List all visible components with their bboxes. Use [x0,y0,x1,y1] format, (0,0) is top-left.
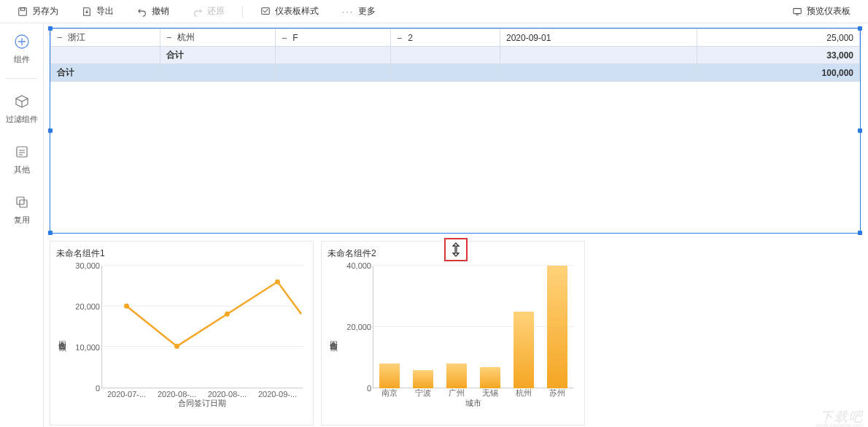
subtotal-value: 33,000 [826,50,853,61]
redo-button: 还原 [181,5,236,18]
subtotal-label: 合计 [166,50,184,60]
svg-rect-0 [19,7,27,15]
main-canvas: −浙江 −杭州 −F −2 2020-09-01 25,000 合计 33,00… [44,23,868,427]
dashboard-style-label: 仪表板样式 [275,5,319,18]
chart1-ylabel: 合同金额 [56,263,68,409]
collapse-icon[interactable]: − [166,32,171,42]
sidebar-divider [6,78,37,79]
selection-handle[interactable] [48,26,53,31]
more-label: 更多 [358,5,376,18]
table-component[interactable]: −浙江 −杭州 −F −2 2020-09-01 25,000 合计 33,00… [50,28,861,234]
redo-icon [193,7,203,17]
more-button[interactable]: ··· 更多 [330,5,387,18]
cell-col3: F [292,33,298,43]
chart-component-2[interactable]: 未命名组件2 合同金额 020,00040,000 南京宁波广州无锡杭州苏州 城… [321,241,585,426]
cube-icon [14,93,30,109]
table-subtotal-row[interactable]: 合计 33,000 [51,47,860,64]
preview-dashboard-button[interactable]: 预览仪表板 [780,5,862,18]
chart2-plot: 合同金额 020,00040,000 南京宁波广州无锡杭州苏州 城市 [328,263,578,409]
chart2-xlabel: 城市 [373,398,574,409]
chart1-title: 未命名组件1 [56,247,307,260]
sidebar-item-other[interactable]: 其他 [0,134,43,184]
export-icon [82,7,92,17]
monitor-icon [792,7,802,17]
sidebar-other-label: 其他 [14,164,30,175]
cell-value: 25,000 [826,33,853,43]
preview-label: 预览仪表板 [807,5,850,18]
sidebar-reuse-label: 复用 [14,215,30,226]
line-chart-svg [101,266,303,387]
selection-handle[interactable] [858,128,862,133]
left-sidebar: 组件 过滤组件 其他 复用 [0,23,44,427]
cell-city: 杭州 [177,32,195,42]
export-button[interactable]: 导出 [70,5,125,18]
export-label: 导出 [96,5,114,18]
style-icon [260,7,271,17]
svg-rect-2 [262,7,270,14]
undo-label: 撤销 [152,5,169,18]
svg-point-11 [275,280,280,285]
selection-handle[interactable] [48,231,53,235]
svg-rect-1 [20,7,24,10]
sidebar-item-reuse[interactable]: 复用 [0,184,43,234]
svg-point-10 [225,312,230,317]
table-total-row[interactable]: 合计 100,000 [51,64,860,82]
resize-cursor-callout [444,238,468,261]
save-as-label: 另存为 [32,5,58,18]
chart-row: 未命名组件1 合同金额 010,00020,00030,000 2020-07-… [50,241,861,426]
chart1-plot: 合同金额 010,00020,00030,000 2020-07-...2020… [56,263,307,409]
selection-handle[interactable] [48,128,53,133]
chart2-xaxis: 南京宁波广州无锡杭州苏州 [373,388,574,399]
cell-province: 浙江 [68,32,85,42]
chart1-xlabel: 合同签订日期 [101,398,303,409]
resize-vertical-icon [450,242,462,257]
total-label: 合计 [57,67,74,77]
sidebar-filter-label: 过滤组件 [6,114,38,125]
sidebar-item-component[interactable]: 组件 [0,23,43,74]
toolbar-divider [242,5,243,18]
table-row[interactable]: −浙江 −杭州 −F −2 2020-09-01 25,000 [51,29,860,47]
chart2-ylabel: 合同金额 [328,263,339,409]
redo-label: 还原 [207,5,225,18]
save-icon [18,7,28,17]
copy-icon [14,194,30,210]
data-table: −浙江 −杭州 −F −2 2020-09-01 25,000 合计 33,00… [50,28,860,82]
dashboard-style-button[interactable]: 仪表板样式 [249,5,330,18]
chart-component-1[interactable]: 未命名组件1 合同金额 010,00020,00030,000 2020-07-… [50,241,314,426]
cell-col4: 2 [408,33,413,43]
cell-date: 2020-09-01 [506,33,551,43]
svg-rect-3 [794,8,802,13]
svg-rect-5 [17,147,27,157]
top-toolbar: 另存为 导出 撤销 还原 仪表板样式 ··· 更多 预览仪表板 [0,0,868,23]
svg-rect-7 [20,200,27,207]
sidebar-item-filter[interactable]: 过滤组件 [0,83,43,134]
total-value: 100,000 [822,68,853,78]
plus-circle-icon [14,34,30,50]
note-icon [14,144,30,160]
collapse-icon[interactable]: − [57,32,62,42]
chart2-bars [373,266,574,388]
svg-rect-6 [17,197,24,204]
save-as-button[interactable]: 另存为 [6,5,70,18]
undo-button[interactable]: 撤销 [125,5,181,18]
svg-point-8 [124,304,129,309]
selection-handle[interactable] [858,26,862,31]
collapse-icon[interactable]: − [397,33,402,43]
selection-handle[interactable] [858,231,862,235]
collapse-icon[interactable]: − [282,33,287,43]
more-ellipsis: ··· [342,7,354,17]
undo-icon [137,7,147,17]
svg-point-9 [174,344,179,349]
sidebar-component-label: 组件 [14,54,30,65]
